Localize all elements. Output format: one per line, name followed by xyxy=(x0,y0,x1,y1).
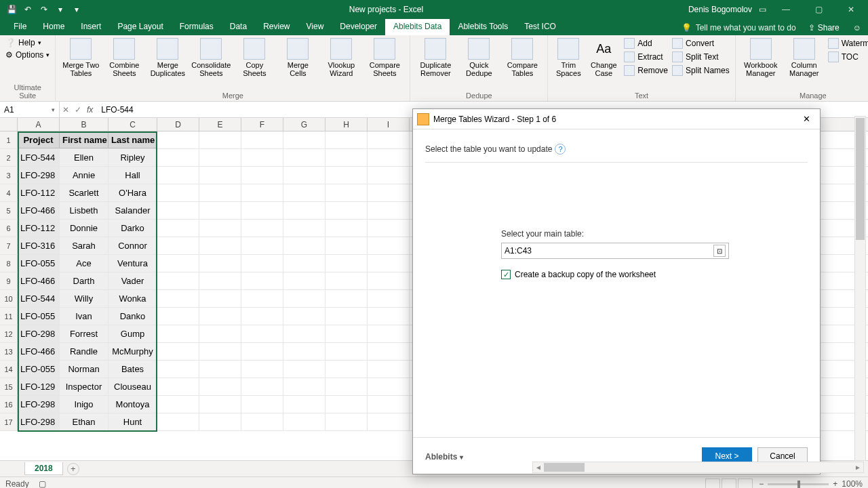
empty-cell[interactable] xyxy=(241,202,283,219)
empty-cell[interactable] xyxy=(199,378,241,395)
compare-tables-button[interactable]: Compare Tables xyxy=(502,38,542,77)
col-header[interactable]: H xyxy=(326,118,368,131)
trim-spaces-button[interactable]: Trim Spaces xyxy=(553,38,583,77)
empty-cell[interactable] xyxy=(368,184,410,201)
empty-cell[interactable] xyxy=(283,413,326,430)
empty-cell[interactable] xyxy=(283,378,326,395)
workbook-manager-button[interactable]: Workbook Manager xyxy=(741,38,781,77)
share-button[interactable]: ⇪Share xyxy=(802,20,846,35)
col-header[interactable]: C xyxy=(108,118,157,131)
empty-cell[interactable] xyxy=(368,255,410,272)
empty-cell[interactable] xyxy=(368,325,410,342)
table-cell[interactable]: LFO-466 xyxy=(18,202,60,219)
table-cell[interactable]: Ripley xyxy=(108,149,157,166)
empty-cell[interactable] xyxy=(368,308,410,325)
table-cell[interactable]: Lisbeth xyxy=(60,202,108,219)
empty-cell[interactable] xyxy=(157,378,199,395)
empty-cell[interactable] xyxy=(157,167,199,184)
empty-cell[interactable] xyxy=(157,290,199,307)
col-header[interactable]: D xyxy=(157,118,199,131)
empty-cell[interactable] xyxy=(199,272,241,289)
col-header[interactable]: E xyxy=(199,118,241,131)
table-cell[interactable]: Clouseau xyxy=(108,378,157,395)
table-cell[interactable]: LFO-298 xyxy=(18,325,60,342)
table-cell[interactable]: Donnie xyxy=(60,220,108,237)
empty-cell[interactable] xyxy=(283,361,326,378)
empty-cell[interactable] xyxy=(283,220,326,237)
table-cell[interactable]: Hall xyxy=(108,167,157,184)
col-header[interactable]: B xyxy=(60,118,108,131)
empty-cell[interactable] xyxy=(199,361,241,378)
table-cell[interactable]: LFO-466 xyxy=(18,343,60,360)
empty-cell[interactable] xyxy=(326,361,368,378)
empty-cell[interactable] xyxy=(368,378,410,395)
empty-cell[interactable] xyxy=(241,361,283,378)
empty-cell[interactable] xyxy=(199,184,241,201)
name-box[interactable]: A1▾ xyxy=(0,102,60,117)
empty-cell[interactable] xyxy=(368,149,410,166)
empty-cell[interactable] xyxy=(241,184,283,201)
table-cell[interactable]: LFO-298 xyxy=(18,413,60,430)
empty-cell[interactable] xyxy=(368,413,410,430)
table-cell[interactable]: LFO-298 xyxy=(18,396,60,413)
empty-cell[interactable] xyxy=(326,343,368,360)
tab-insert[interactable]: Insert xyxy=(73,19,109,35)
table-cell[interactable]: LFO-112 xyxy=(18,184,60,201)
empty-cell[interactable] xyxy=(326,378,368,395)
table-cell[interactable]: Ivan xyxy=(60,308,108,325)
macro-record-icon[interactable]: ▢ xyxy=(39,479,46,488)
empty-cell[interactable] xyxy=(157,361,199,378)
table-cell[interactable]: LFO-112 xyxy=(18,220,60,237)
empty-cell[interactable] xyxy=(283,325,326,342)
table-header-cell[interactable]: First name xyxy=(60,131,108,148)
empty-cell[interactable] xyxy=(326,325,368,342)
empty-cell[interactable] xyxy=(368,396,410,413)
empty-cell[interactable] xyxy=(199,220,241,237)
view-page-break-button[interactable] xyxy=(738,479,753,488)
empty-cell[interactable] xyxy=(283,272,326,289)
empty-cell[interactable] xyxy=(241,237,283,254)
table-cell[interactable]: Connor xyxy=(108,237,157,254)
table-cell[interactable]: Wonka xyxy=(108,290,157,307)
empty-cell[interactable] xyxy=(368,202,410,219)
empty-cell[interactable] xyxy=(157,255,199,272)
tab-review[interactable]: Review xyxy=(255,19,298,35)
account-icon[interactable]: ▭ xyxy=(759,5,766,14)
undo-icon[interactable]: ↶ xyxy=(20,2,35,17)
table-cell[interactable]: LFO-466 xyxy=(18,272,60,289)
table-cell[interactable]: Darko xyxy=(108,220,157,237)
empty-cell[interactable] xyxy=(283,167,326,184)
empty-cell[interactable] xyxy=(368,131,410,148)
empty-cell[interactable] xyxy=(283,343,326,360)
vlookup-wizard-button[interactable]: Vlookup Wizard xyxy=(321,38,361,77)
table-cell[interactable]: LFO-129 xyxy=(18,378,60,395)
empty-cell[interactable] xyxy=(157,220,199,237)
col-header[interactable]: F xyxy=(241,118,283,131)
table-cell[interactable]: LFO-298 xyxy=(18,167,60,184)
view-normal-button[interactable] xyxy=(705,479,720,488)
consolidate-sheets-button[interactable]: Consolidate Sheets xyxy=(191,38,231,77)
horizontal-scrollbar[interactable]: ◄► xyxy=(532,462,864,473)
duplicate-remover-button[interactable]: Duplicate Remover xyxy=(416,38,455,77)
zoom-control[interactable]: − + 100% xyxy=(759,479,863,488)
empty-cell[interactable] xyxy=(241,220,283,237)
table-cell[interactable]: Scarlett xyxy=(60,184,108,201)
tab-file[interactable]: File xyxy=(5,19,35,35)
table-cell[interactable]: Salander xyxy=(108,202,157,219)
empty-cell[interactable] xyxy=(368,220,410,237)
empty-cell[interactable] xyxy=(157,272,199,289)
col-header[interactable]: I xyxy=(368,118,410,131)
tab-developer[interactable]: Developer xyxy=(332,19,385,35)
quick-dedupe-button[interactable]: Quick Dedupe xyxy=(459,38,498,77)
empty-cell[interactable] xyxy=(283,237,326,254)
empty-cell[interactable] xyxy=(326,290,368,307)
table-cell[interactable]: LFO-055 xyxy=(18,308,60,325)
table-cell[interactable]: Forrest xyxy=(60,325,108,342)
merge-two-tables-button[interactable]: Merge Two Tables xyxy=(61,38,100,77)
empty-cell[interactable] xyxy=(283,131,326,148)
help-button[interactable]: ❔Help▾ xyxy=(5,37,50,49)
empty-cell[interactable] xyxy=(199,131,241,148)
cancel-formula-icon[interactable]: ✕ xyxy=(62,105,69,115)
empty-cell[interactable] xyxy=(241,308,283,325)
empty-cell[interactable] xyxy=(326,131,368,148)
